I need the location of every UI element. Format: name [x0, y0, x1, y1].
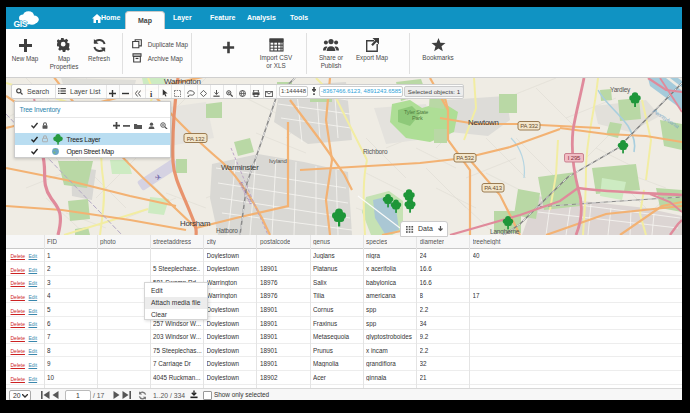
svg-text:Park: Park	[412, 115, 423, 121]
svg-text:Hatboro: Hatboro	[216, 227, 238, 234]
svg-text:PA 532: PA 532	[456, 155, 475, 161]
svg-text:Yardley: Yardley	[610, 86, 631, 94]
svg-text:Richboro: Richboro	[363, 148, 388, 155]
svg-text:Newtown: Newtown	[468, 118, 499, 127]
svg-text:PA 413: PA 413	[484, 185, 503, 191]
svg-text:Ivyland: Ivyland	[269, 158, 287, 164]
svg-text:GIS: GIS	[14, 19, 28, 29]
svg-text:I 295: I 295	[568, 155, 581, 161]
svg-text:PA 332: PA 332	[520, 123, 539, 129]
svg-text:Warminster: Warminster	[221, 163, 259, 172]
svg-text:Horsham: Horsham	[180, 219, 210, 228]
svg-text:✈: ✈	[155, 173, 162, 182]
svg-text:PA 132: PA 132	[187, 136, 206, 142]
svg-text:Langhorne: Langhorne	[490, 228, 520, 235]
